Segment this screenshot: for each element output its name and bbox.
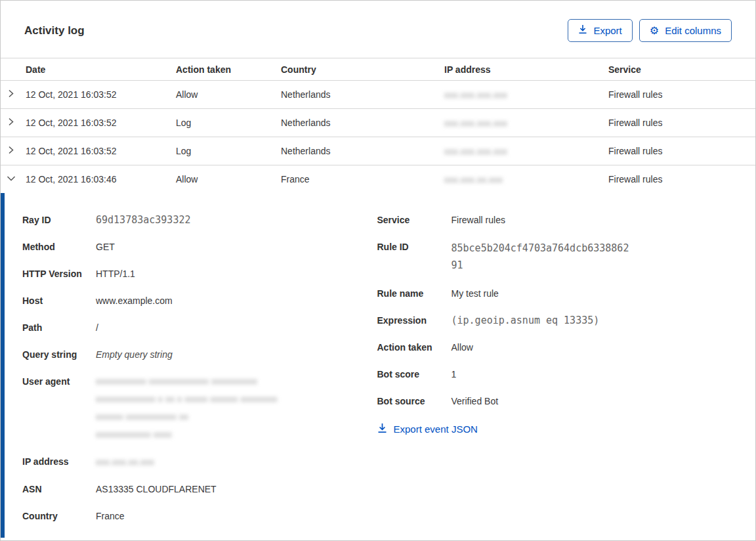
detail-row-asn: ASN AS13335 CLOUDFLARENET [22,482,377,496]
detail-value: Firewall rules [452,213,505,227]
table-header-row: Date Action taken Country IP address Ser… [1,58,755,81]
detail-value: My test rule [452,286,499,301]
chevron-right-icon [7,89,15,100]
detail-label: Expression [377,313,452,328]
column-header-action-taken[interactable]: Action taken [176,64,281,75]
row-date: 12 Oct, 2021 16:03:46 [26,174,176,184]
detail-column-left: Ray ID 69d13783ac393322 Method GET HTTP … [22,213,377,531]
topbar: Activity log Export ⚙ Edit columns [1,1,755,58]
chevron-down-icon [7,174,16,184]
row-service: Firewall rules [608,174,755,184]
detail-value-redacted: xxxxxxxxxxx xxxxxxxxxxxxx xxxxxxxxxx xxx… [96,374,278,442]
table-row-expanded[interactable]: 12 Oct, 2021 16:03:46 Allow France xxx.x… [1,165,755,193]
detail-row-rule-name: Rule name My test rule [377,286,732,301]
detail-label: HTTP Version [22,267,96,281]
detail-value: www.example.com [96,293,173,308]
column-header-service[interactable]: Service [608,64,755,75]
user-agent-redacted-line: xxxxxxxxxxx xxxxxxxxxxxxx xxxxxxxxxx [96,374,278,389]
user-agent-redacted-line: xxxxxx xxxxxxxxxxx xx [96,410,278,424]
export-button-label: Export [593,25,621,37]
detail-label: Bot score [377,367,452,381]
detail-row-query-string: Query string Empty query string [22,347,377,362]
detail-label: Ray ID [22,213,96,227]
table-row[interactable]: 12 Oct, 2021 16:03:52 Log Netherlands xx… [1,137,755,165]
activity-log-panel: Activity log Export ⚙ Edit columns Date … [0,0,756,541]
user-agent-redacted-line: xxxxxxxxxxxxx x xx x xxxxx xxxxxx xxxxxx… [96,392,278,406]
detail-column-right: Service Firewall rules Rule ID 85bce5b20… [377,213,732,531]
detail-row-user-agent: User agent xxxxxxxxxxx xxxxxxxxxxxxx xxx… [22,374,377,442]
detail-value: Verified Bot [452,394,499,408]
chevron-right-icon [7,146,15,156]
row-ip-address-redacted: xxx.xxx.xxx.xxx [444,118,507,128]
detail-label: Path [22,320,96,335]
detail-row-action-taken: Action taken Allow [377,340,732,355]
row-action-taken: Log [176,146,281,156]
detail-label: Country [22,509,96,523]
row-country: France [281,174,444,184]
event-detail-panel: Ray ID 69d13783ac393322 Method GET HTTP … [1,193,755,538]
row-action-taken: Log [176,118,281,128]
column-header-country[interactable]: Country [281,64,444,75]
table-row[interactable]: 12 Oct, 2021 16:03:52 Allow Netherlands … [1,81,755,109]
row-service: Firewall rules [608,118,755,128]
detail-row-bot-source: Bot source Verified Bot [377,394,732,408]
detail-value-redacted: xxx.xxx.xx.xxx [96,457,154,467]
row-service: Firewall rules [608,89,755,100]
row-ip-address-redacted: xxx.xxx.xx.xxx [444,175,503,184]
detail-row-method: Method GET [22,240,377,254]
detail-label: Method [22,240,96,254]
row-country: Netherlands [281,118,444,128]
column-header-ip-address[interactable]: IP address [444,64,608,75]
row-date: 12 Oct, 2021 16:03:52 [26,146,176,156]
detail-row-service: Service Firewall rules [377,213,732,227]
detail-row-ip-address: IP address xxx.xxx.xx.xxx [22,454,377,469]
row-service: Firewall rules [608,146,755,156]
row-date: 12 Oct, 2021 16:03:52 [26,118,176,128]
detail-label: Action taken [377,340,452,355]
detail-label: IP address [22,454,96,469]
collapse-row-button[interactable] [1,174,26,184]
detail-row-rule-id: Rule ID 85bce5b204cf4703a764dcb633886291 [377,240,732,274]
row-country: Netherlands [281,89,444,100]
detail-row-http-version: HTTP Version HTTP/1.1 [22,267,377,281]
column-header-date[interactable]: Date [26,64,176,75]
detail-value: Allow [452,340,473,355]
gear-icon: ⚙ [650,26,659,36]
detail-value: Empty query string [96,347,173,362]
page-title: Activity log [24,24,85,37]
chevron-right-icon [7,118,15,128]
detail-row-bot-score: Bot score 1 [377,367,732,381]
detail-row-expression: Expression (ip.geoip.asnum eq 13335) [377,313,732,328]
export-event-json-label: Export event JSON [394,423,478,435]
detail-value: / [96,320,98,335]
detail-row-country: Country France [22,509,377,523]
detail-label: Service [377,213,452,227]
detail-value: (ip.geoip.asnum eq 13335) [452,313,600,328]
expand-row-button[interactable] [1,118,26,128]
detail-label: Query string [22,347,96,362]
export-event-json-link[interactable]: Export event JSON [377,423,478,435]
detail-value: France [96,509,125,523]
edit-columns-button-label: Edit columns [665,25,721,37]
download-icon [377,423,387,435]
expand-row-button[interactable] [1,146,26,156]
edit-columns-button[interactable]: ⚙ Edit columns [639,19,732,42]
detail-value: GET [96,240,115,254]
detail-label: Rule ID [377,240,452,274]
table-row[interactable]: 12 Oct, 2021 16:03:52 Log Netherlands xx… [1,109,755,137]
detail-label: Bot source [377,394,452,408]
detail-label: ASN [22,482,96,496]
row-country: Netherlands [281,146,444,156]
row-ip-address-redacted: xxx.xxx.xxx.xxx [444,90,507,100]
detail-label: Rule name [377,286,452,301]
detail-row-ray-id: Ray ID 69d13783ac393322 [22,213,377,227]
row-ip-address-redacted: xxx.xxx.xxx.xxx [444,146,507,156]
detail-label: Host [22,293,96,308]
export-button[interactable]: Export [568,19,632,42]
detail-row-host: Host www.example.com [22,293,377,308]
expand-row-button[interactable] [1,89,26,100]
user-agent-redacted-line: xxxxxxxxxxxx xxxx [96,427,278,442]
download-icon [578,24,587,37]
row-date: 12 Oct, 2021 16:03:52 [26,89,176,100]
row-action-taken: Allow [176,89,281,100]
